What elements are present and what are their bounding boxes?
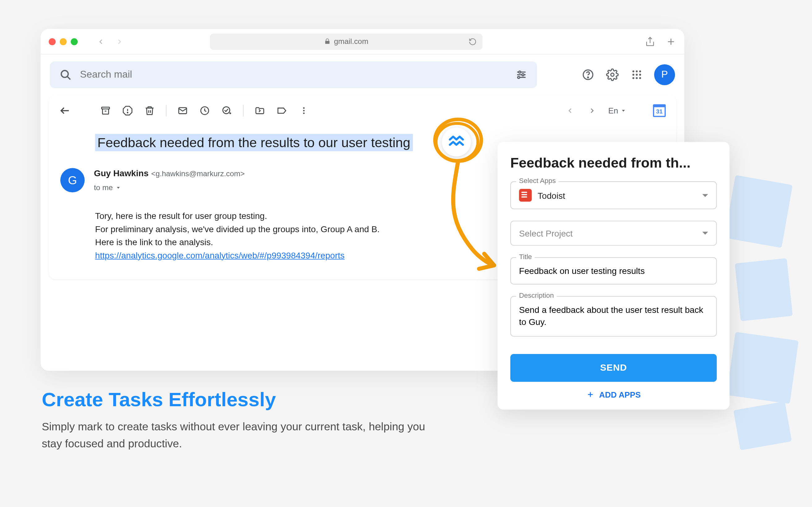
description-label: Description	[516, 291, 557, 299]
description-input[interactable]	[519, 303, 708, 328]
svg-point-8	[519, 71, 521, 73]
mark-unread-icon[interactable]	[177, 105, 189, 116]
selected-app-name: Todoist	[538, 190, 565, 200]
new-tab-icon[interactable]	[666, 36, 676, 47]
svg-point-9	[522, 73, 524, 76]
to-me-text: to me	[94, 183, 113, 192]
svg-point-12	[588, 77, 589, 78]
marketing-copy: Create Tasks Effortlessly Simply mark to…	[42, 388, 448, 452]
share-icon[interactable]	[645, 36, 655, 47]
svg-line-4	[67, 76, 70, 79]
svg-point-10	[518, 76, 520, 78]
delete-icon[interactable]	[144, 105, 155, 116]
svg-point-15	[636, 70, 638, 72]
svg-marker-39	[622, 110, 625, 112]
svg-point-17	[632, 74, 635, 76]
spam-icon[interactable]	[122, 105, 133, 116]
add-apps-label: ADD APPS	[599, 390, 641, 399]
analytics-link[interactable]: https://analytics.google.com/analytics/w…	[95, 250, 344, 260]
back-button[interactable]	[94, 35, 108, 49]
move-to-icon[interactable]	[254, 105, 265, 116]
svg-point-20	[632, 77, 635, 79]
marketing-body: Simply mark to create tasks without ever…	[42, 419, 448, 452]
add-apps-button[interactable]: ADD APPS	[510, 390, 717, 399]
lock-icon	[324, 38, 331, 45]
maximize-dot-icon[interactable]	[71, 38, 78, 45]
svg-point-28	[127, 112, 128, 113]
archive-icon[interactable]	[100, 105, 111, 116]
svg-point-37	[303, 110, 305, 112]
select-apps-dropdown[interactable]: Todoist	[510, 181, 717, 209]
svg-point-16	[639, 70, 641, 72]
window-controls[interactable]	[49, 38, 78, 45]
forward-button[interactable]	[113, 35, 126, 49]
prev-email-icon[interactable]	[564, 105, 575, 116]
recipient-label[interactable]: to me	[94, 183, 539, 192]
settings-icon[interactable]	[605, 68, 619, 81]
chevron-down-icon	[115, 184, 121, 190]
label-icon[interactable]	[276, 105, 288, 116]
plus-icon	[587, 390, 595, 398]
sender-name: Guy Hawkins	[94, 168, 149, 178]
svg-point-19	[639, 74, 641, 76]
language-selector[interactable]: En	[608, 106, 626, 115]
deco-tile	[724, 175, 793, 248]
select-project-dropdown[interactable]: Select Project	[510, 221, 717, 246]
close-dot-icon[interactable]	[49, 38, 55, 45]
next-email-icon[interactable]	[586, 105, 598, 116]
svg-point-36	[303, 107, 305, 109]
more-icon[interactable]	[298, 105, 309, 116]
markurz-extension-button[interactable]	[442, 127, 471, 157]
minimize-dot-icon[interactable]	[60, 38, 66, 45]
apps-grid-icon[interactable]	[630, 68, 644, 81]
todoist-icon	[519, 189, 531, 202]
gmail-header: P	[41, 54, 684, 95]
svg-point-33	[223, 107, 230, 113]
search-icon	[59, 68, 72, 81]
calendar-sidebar-icon[interactable]: 31	[653, 104, 666, 117]
deco-tile	[733, 401, 792, 450]
url-bar[interactable]: gmail.com	[210, 34, 483, 50]
title-label: Title	[516, 252, 535, 261]
search-box[interactable]	[50, 61, 537, 88]
select-project-placeholder: Select Project	[519, 228, 572, 238]
reload-icon[interactable]	[468, 38, 476, 46]
email-subject[interactable]: Feedback needed from the results to our …	[95, 134, 412, 151]
sender-email: <g.hawkins@markurz.com>	[151, 169, 245, 178]
title-input[interactable]	[519, 265, 708, 277]
svg-point-13	[611, 73, 614, 76]
search-input[interactable]	[80, 69, 507, 80]
panel-title: Feedback needed from th...	[510, 155, 717, 171]
svg-marker-40	[117, 187, 119, 188]
svg-point-14	[632, 70, 635, 72]
markurz-logo-icon	[448, 134, 464, 150]
deco-tile	[726, 332, 799, 404]
select-apps-label: Select Apps	[516, 177, 559, 185]
svg-point-3	[61, 70, 68, 77]
send-button[interactable]: SEND	[510, 354, 717, 382]
title-field[interactable]	[510, 257, 717, 284]
browser-titlebar: gmail.com	[41, 29, 684, 54]
help-icon[interactable]	[581, 68, 595, 81]
svg-point-18	[636, 74, 638, 76]
description-field[interactable]	[510, 296, 717, 337]
svg-point-38	[303, 113, 305, 114]
sender-avatar[interactable]: G	[60, 168, 85, 192]
add-task-icon[interactable]	[221, 105, 233, 116]
snooze-icon[interactable]	[199, 105, 210, 116]
create-task-panel: Feedback needed from th... Select Apps T…	[498, 142, 730, 410]
user-avatar[interactable]: P	[654, 64, 675, 85]
search-options-icon[interactable]	[515, 68, 527, 81]
language-label: En	[608, 106, 618, 115]
svg-point-21	[636, 77, 638, 79]
svg-rect-24	[101, 107, 109, 109]
url-text: gmail.com	[334, 37, 368, 46]
back-to-inbox-icon[interactable]	[59, 105, 70, 116]
marketing-headline: Create Tasks Effortlessly	[42, 388, 448, 411]
svg-point-22	[639, 77, 641, 79]
deco-tile	[734, 258, 793, 321]
